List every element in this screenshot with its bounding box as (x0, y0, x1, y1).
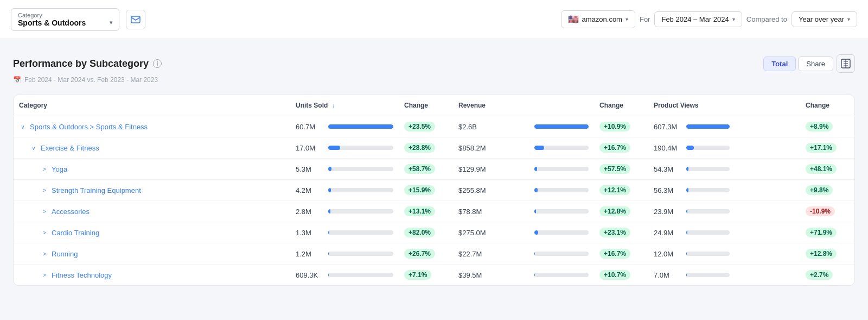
views-bar-cell: 7.0M (654, 271, 730, 279)
col-header-units[interactable]: Units Sold ↓ (290, 95, 399, 116)
units-bar-track (328, 167, 393, 171)
mail-button[interactable] (126, 10, 145, 29)
change-revenue-badge: +12.8% (599, 206, 630, 216)
expand-icon[interactable]: > (41, 251, 48, 257)
revenue-value: $2.6B (453, 116, 529, 137)
views-bar-track (686, 124, 730, 129)
expand-icon[interactable]: > (41, 272, 48, 278)
store-chevron-icon: ▾ (626, 16, 628, 22)
col-header-change-units: Change (399, 95, 453, 116)
expand-icon[interactable]: v (30, 145, 37, 151)
views-bar-track (686, 209, 730, 214)
views-value: 12.0M (654, 250, 682, 258)
units-bar-fill (328, 273, 329, 277)
views-bar-track (686, 273, 730, 277)
units-value: 4.2M (296, 186, 324, 194)
units-bar-track (328, 252, 393, 256)
svg-rect-0 (131, 16, 140, 23)
header-controls: 🇺🇸 amazon.com ▾ For Feb 2024 – Mar 2024 … (561, 10, 857, 28)
compared-to-label: Compared to (746, 15, 787, 23)
units-bar-track (328, 230, 393, 235)
info-icon[interactable]: i (153, 59, 162, 68)
category-link[interactable]: Strength Training Equipment (52, 186, 141, 194)
views-bar-col (735, 243, 800, 265)
revenue-bar-track (534, 252, 589, 256)
units-bar-fill (328, 146, 340, 150)
expand-icon[interactable]: v (19, 124, 27, 130)
units-value: 2.8M (296, 208, 324, 216)
header: Category Sports & Outdoors ▾ 🇺🇸 amazon.c… (0, 0, 868, 39)
col-header-change-views: Change (800, 95, 854, 116)
units-bar-cell: 1.3M (296, 229, 393, 237)
units-bar-track (328, 146, 393, 150)
views-value: 24.9M (654, 229, 682, 237)
change-units-badge: +58.7% (404, 164, 435, 174)
expand-icon[interactable]: > (41, 166, 48, 172)
table-row: > Accessories 2.8M +13.1%$78.8M +12.8% 2… (14, 201, 854, 222)
view-controls: Total Share (763, 54, 855, 73)
units-value: 5.3M (296, 165, 324, 173)
views-bar-fill (686, 230, 687, 235)
calendar-icon: 📅 (13, 76, 21, 84)
units-bar-track (328, 188, 393, 192)
revenue-bar-fill (534, 124, 589, 129)
views-bar-track (686, 252, 730, 256)
views-bar-col (735, 137, 800, 159)
units-bar-cell: 5.3M (296, 165, 393, 173)
category-cell: > Strength Training Equipment (19, 186, 285, 194)
units-bar-cell: 60.7M (296, 123, 393, 131)
units-bar-cell: 17.0M (296, 144, 393, 152)
category-cell: v Exercise & Fitness (19, 144, 285, 152)
expand-icon[interactable]: > (41, 209, 48, 215)
category-link[interactable]: Fitness Technology (52, 271, 112, 279)
change-views-badge: +12.8% (806, 249, 837, 259)
col-header-views-bar (735, 95, 800, 116)
category-link[interactable]: Running (52, 250, 78, 258)
category-link[interactable]: Exercise & Fitness (41, 144, 99, 152)
total-view-button[interactable]: Total (763, 57, 796, 71)
revenue-bar-fill (534, 273, 535, 277)
category-link[interactable]: Cardio Training (52, 229, 99, 237)
revenue-bar-fill (534, 146, 544, 150)
change-units-badge: +26.7% (404, 249, 435, 259)
expand-icon[interactable]: > (41, 187, 48, 193)
change-revenue-badge: +10.7% (599, 270, 630, 280)
category-link[interactable]: Accessories (52, 208, 90, 216)
category-link[interactable]: Yoga (52, 165, 67, 173)
revenue-value: $275.0M (453, 222, 529, 243)
data-table: Category Units Sold ↓ Change Revenue Cha… (13, 95, 855, 286)
col-header-rev-bar (529, 95, 594, 116)
section-title: Performance by Subcategory i (13, 58, 162, 70)
share-view-button[interactable]: Share (798, 57, 833, 71)
revenue-bar-fill (534, 252, 535, 256)
units-bar-fill (328, 252, 329, 256)
views-value: 23.9M (654, 208, 682, 216)
category-link[interactable]: Sports & Outdoors > Sports & Fitness (30, 123, 148, 131)
units-value: 60.7M (296, 123, 324, 131)
category-dropdown[interactable]: Category Sports & Outdoors ▾ (11, 8, 119, 31)
table-row: > Running 1.2M +26.7%$22.7M +16.7% 12.0M… (14, 243, 854, 265)
units-value: 609.3K (296, 271, 324, 279)
views-value: 7.0M (654, 271, 682, 279)
views-bar-cell: 56.3M (654, 186, 730, 194)
flag-icon: 🇺🇸 (568, 14, 579, 24)
revenue-value: $129.9M (453, 159, 529, 180)
title-area: Performance by Subcategory i (13, 58, 162, 70)
revenue-value: $858.2M (453, 137, 529, 159)
revenue-bar-fill (534, 209, 536, 214)
store-dropdown[interactable]: 🇺🇸 amazon.com ▾ (561, 10, 635, 28)
units-value: 1.3M (296, 229, 324, 237)
revenue-bar-track (534, 273, 589, 277)
date-range-dropdown[interactable]: Feb 2024 – Mar 2024 ▾ (654, 11, 742, 27)
compared-dropdown[interactable]: Year over year ▾ (792, 11, 857, 27)
revenue-bar-track (534, 167, 589, 171)
excel-export-button[interactable] (837, 54, 855, 73)
change-views-badge: +9.8% (806, 185, 833, 195)
units-value: 17.0M (296, 144, 324, 152)
change-views-badge: +48.1% (806, 164, 837, 174)
category-chevron-icon: ▾ (110, 20, 112, 26)
change-views-badge: -10.9% (806, 206, 835, 216)
date-chevron-icon: ▾ (732, 16, 735, 22)
main-content: Performance by Subcategory i Total Share… (0, 39, 868, 301)
expand-icon[interactable]: > (41, 230, 48, 236)
